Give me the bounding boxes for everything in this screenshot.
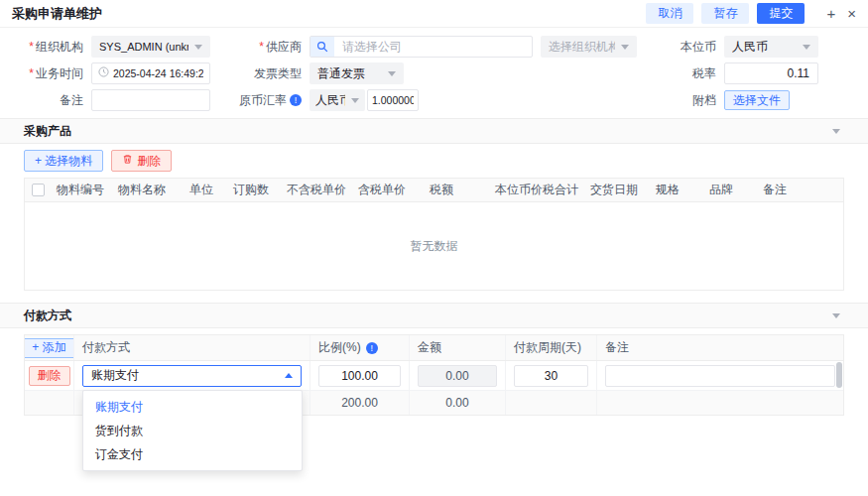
select-all-cell [25,184,51,196]
tax-rate-input[interactable] [733,66,809,80]
search-icon [310,37,334,57]
chevron-down-icon [194,45,202,50]
exchange-rate-label: 原币汇率 [210,92,310,109]
payment-method-cell: 账期支付 账期支付 货到付款 订金支付 [74,361,310,390]
trash-icon [122,154,133,168]
exchange-field-group: 人民币 [310,89,637,111]
header-form: 组织机构 SYS_ADMIN (unknown) 供应商 选择组织机构 本位币 … [0,28,868,118]
summary-ratio: 200.00 [310,391,410,415]
supplier-field-group: 选择组织机构 [310,36,637,58]
payments-table: + 添加 付款方式 比例(%) 金额 付款周期(天) 备注 删除 账期支付 账期… [24,334,844,416]
tax-rate-label: 税率 [637,65,724,82]
products-table-header: 物料编号 物料名称 单位 订购数 不含税单价 含税单价 税额 本位币价税合计 交… [25,179,843,202]
dropdown-option-selected[interactable]: 账期支付 [83,395,302,419]
supplier-search-box[interactable] [310,36,533,58]
window-controls [826,6,856,21]
cycle-cell [506,361,597,390]
column-header: 付款周期(天) [506,335,597,360]
page-title: 采购申请单维护 [12,5,102,23]
products-empty-state: 暂无数据 [25,202,843,290]
column-header: 品牌 [703,182,757,198]
column-header: 付款方式 [74,335,310,360]
tax-rate-box [724,62,818,84]
info-icon[interactable] [366,342,378,354]
required-marker [259,40,266,54]
products-section-header[interactable]: 采购产品 [0,118,868,144]
biz-time-input[interactable] [91,62,210,84]
org-select[interactable]: SYS_ADMIN (unknown) [91,36,210,58]
biz-time-label: 业务时间 [0,65,91,82]
exchange-currency-select[interactable]: 人民币 [310,89,365,111]
payments-section-title: 付款方式 [24,308,71,324]
ratio-input[interactable] [318,365,401,387]
supplier-org-select[interactable]: 选择组织机构 [541,36,637,58]
payment-row: 删除 账期支付 账期支付 货到付款 订金支付 [25,361,843,391]
cancel-button[interactable]: 取消 [646,3,693,24]
chevron-up-icon [285,373,293,378]
products-table: 物料编号 物料名称 单位 订购数 不含税单价 含税单价 税额 本位币价税合计 交… [24,178,844,291]
amount-input [418,365,497,387]
column-header: 物料名称 [112,182,184,198]
invoice-type-select[interactable]: 普通发票 [310,62,404,84]
org-label: 组织机构 [0,39,91,56]
form-row-2: 业务时间 发票类型 普通发票 税率 [0,62,868,84]
select-all-checkbox[interactable] [32,184,45,196]
attachment-upload-button[interactable]: 选择文件 [724,90,790,110]
clock-icon [98,66,109,80]
delete-materials-button[interactable]: 删除 [111,150,172,172]
form-row-3: 备注 原币汇率 人民币 附档 选择文件 [0,89,868,111]
base-currency-select[interactable]: 人民币 [724,36,818,58]
invoice-type-label: 发票类型 [210,65,310,82]
remark-box [91,89,210,111]
exchange-rate-input[interactable] [372,94,414,106]
add-payment-button[interactable]: + 添加 [25,338,74,358]
column-header: 税额 [424,182,489,198]
add-payment-cell: + 添加 [25,335,74,360]
chevron-down-icon [803,45,810,50]
column-header: 订购数 [227,182,281,198]
payment-remark-input[interactable] [605,365,835,387]
move-icon[interactable] [826,6,835,21]
remark-label: 备注 [0,92,91,109]
collapse-icon[interactable] [832,129,840,134]
info-icon[interactable] [290,94,302,106]
required-marker [29,66,36,80]
dropdown-option[interactable]: 货到付款 [83,419,302,442]
table-scrollbar[interactable] [836,362,842,417]
biz-time-value[interactable] [113,67,203,79]
column-header: 物料编号 [51,182,112,198]
scrollbar-thumb[interactable] [836,362,842,388]
remark-input[interactable] [100,94,201,106]
column-header: 本位币价税合计 [489,182,584,198]
column-header: 不含税单价 [281,182,352,198]
amount-cell [410,361,506,390]
invoice-field-group: 普通发票 [310,62,637,84]
submit-button[interactable]: 提交 [757,3,805,24]
topbar-actions: 取消 暂存 提交 [646,3,856,24]
delete-payment-button[interactable]: 删除 [29,366,70,386]
exchange-rate-box [367,89,419,111]
payment-remark-cell [597,361,843,390]
dropdown-option[interactable]: 订金支付 [83,442,302,466]
payment-method-combobox[interactable]: 账期支付 [82,365,302,387]
required-marker [29,40,36,54]
cycle-input[interactable] [514,365,588,387]
chevron-down-icon [351,98,359,103]
column-header: 含税单价 [352,182,424,198]
select-material-button[interactable]: + 选择物料 [24,150,103,172]
payments-section-header[interactable]: 付款方式 [0,303,868,328]
ratio-cell [310,361,410,390]
column-header: 规格 [650,182,703,198]
column-header: 比例(%) [310,335,410,360]
summary-amount: 0.00 [410,391,506,415]
attachment-label: 附档 [637,92,724,109]
column-header: 单位 [184,182,227,198]
collapse-icon[interactable] [832,313,840,318]
form-row-1: 组织机构 SYS_ADMIN (unknown) 供应商 选择组织机构 本位币 … [0,36,868,58]
close-icon[interactable] [847,6,856,21]
supplier-input[interactable] [334,40,532,54]
row-action-cell: 删除 [25,361,74,390]
draft-button[interactable]: 暂存 [701,3,749,24]
products-toolbar: + 选择物料 删除 [24,150,844,172]
base-currency-label: 本位币 [637,39,724,56]
